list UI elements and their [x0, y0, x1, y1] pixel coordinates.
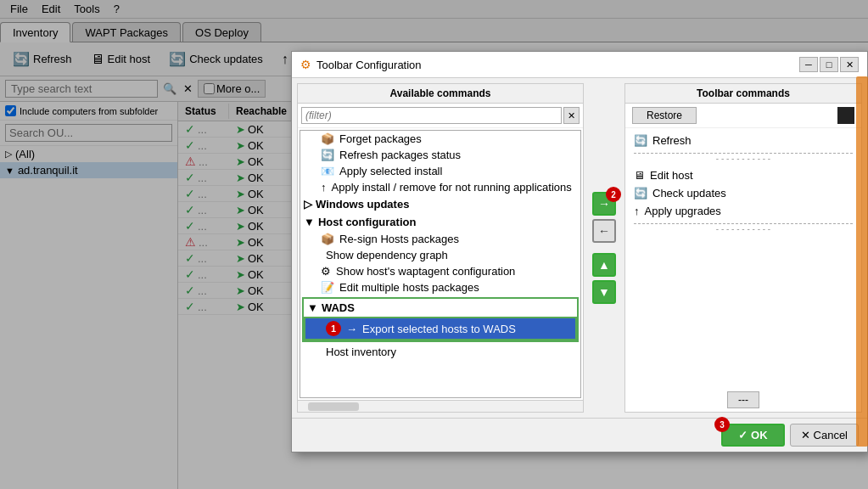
- host-inventory-label: Host inventory: [326, 346, 396, 358]
- move-up-button[interactable]: ▲: [592, 253, 616, 277]
- cmd-host-inventory[interactable]: Host inventory: [300, 344, 580, 360]
- toolbar-apply-upgrades-label: Apply upgrades: [645, 205, 721, 217]
- badge-3: 3: [714, 417, 730, 432]
- refresh-packages-icon: 🔄: [321, 149, 334, 161]
- cancel-x-icon: ✕: [801, 429, 810, 441]
- color-swatch: [837, 107, 854, 124]
- toolbar-cmd-check-updates[interactable]: 🔄 Check updates: [629, 184, 858, 202]
- toolbar-check-updates-label: Check updates: [652, 187, 726, 200]
- edit-multiple-icon: 📝: [321, 281, 334, 294]
- forget-packages-icon: 📦: [321, 132, 334, 145]
- dialog-overlay: ⚙ Toolbar Configuration ─ □ ✕ Available …: [0, 0, 868, 489]
- ok-label: OK: [751, 429, 768, 441]
- toolbar-sep-1: - - - - - - - - - - -: [634, 153, 853, 163]
- edit-multiple-label: Edit multiple hosts packages: [339, 281, 479, 294]
- toolbar-config-dialog: ⚙ Toolbar Configuration ─ □ ✕ Available …: [291, 51, 868, 452]
- toolbar-cmd-edit-host[interactable]: 🖥 Edit host: [629, 166, 858, 184]
- move-down-button[interactable]: ▼: [592, 280, 616, 304]
- dialog-maximize-button[interactable]: □: [820, 57, 838, 72]
- windows-updates-label: Windows updates: [316, 198, 409, 211]
- arrow-buttons-panel: → 2 ← ▲ ▼: [589, 83, 619, 413]
- dialog-minimize-button[interactable]: ─: [799, 57, 818, 72]
- cmd-refresh-packages[interactable]: 🔄 Refresh packages status: [300, 147, 580, 163]
- cmd-forget-packages[interactable]: 📦 Forget packages: [300, 131, 580, 147]
- toolbar-bottom-row: ---: [625, 388, 861, 412]
- dialog-window-buttons: ─ □ ✕: [799, 57, 859, 72]
- dialog-body: Available commands ✕ 📦 Forget packages 🔄…: [292, 78, 867, 418]
- orange-stripe: [856, 76, 868, 447]
- windows-updates-expand-icon: ▷: [304, 198, 312, 211]
- filter-input[interactable]: [301, 107, 562, 124]
- group-host-config[interactable]: ▼ Host configuration: [300, 213, 580, 231]
- add-badge-wrapper: → 2: [592, 192, 616, 216]
- filter-clear-button[interactable]: ✕: [563, 107, 580, 124]
- toolbar-commands-panel: Toolbar commands Restore 🔄 Refresh - - -…: [624, 83, 862, 413]
- remove-from-toolbar-button[interactable]: ←: [592, 219, 616, 243]
- waptagent-icon: ⚙: [321, 265, 331, 278]
- wads-group-label: WADS: [322, 301, 355, 314]
- ok-badge-wrapper: 3 ✓ OK: [721, 424, 785, 447]
- wads-group[interactable]: ▼ WADS: [304, 299, 577, 317]
- resign-icon: 📦: [321, 233, 334, 245]
- ok-check-icon: ✓: [738, 429, 748, 441]
- resign-label: Re-sign Hosts packages: [339, 233, 459, 245]
- waptagent-label: Show host's waptagent configuration: [336, 265, 515, 278]
- restore-button[interactable]: Restore: [632, 107, 697, 124]
- remove-sep-button[interactable]: ---: [727, 391, 759, 408]
- toolbar-refresh-label: Refresh: [652, 134, 692, 147]
- refresh-packages-label: Refresh packages status: [339, 149, 461, 161]
- toolbar-cmd-apply-upgrades[interactable]: ↑ Apply upgrades: [629, 202, 858, 220]
- wads-expand-icon: ▼: [307, 301, 318, 314]
- dialog-titlebar: ⚙ Toolbar Configuration ─ □ ✕: [292, 52, 867, 78]
- dependency-label: Show dependency graph: [326, 249, 448, 261]
- cmd-resign-packages[interactable]: 📦 Re-sign Hosts packages: [300, 231, 580, 247]
- restore-row: Restore: [625, 104, 861, 128]
- toolbar-refresh-icon: 🔄: [634, 134, 647, 147]
- toolbar-edit-host-icon: 🖥: [634, 169, 645, 182]
- wads-section: ▼ WADS 1 → Export selected hosts to WADS: [302, 297, 579, 342]
- horizontal-scrollbar[interactable]: [298, 400, 583, 412]
- cmd-show-waptagent[interactable]: ⚙ Show host's waptagent configuration: [300, 263, 580, 279]
- badge-1: 1: [326, 321, 341, 336]
- export-wads-arrow-icon: →: [346, 323, 357, 335]
- cancel-button[interactable]: ✕ Cancel: [790, 424, 859, 447]
- toolbar-sep-2: - - - - - - - - - - -: [634, 223, 853, 233]
- host-config-expand-icon: ▼: [304, 216, 315, 228]
- cmd-apply-not-running[interactable]: ↑ Apply install / remove for not running…: [300, 179, 580, 195]
- apply-install-label: Apply selected install: [339, 165, 442, 177]
- toolbar-commands-list: 🔄 Refresh - - - - - - - - - - - 🖥 Edit h…: [625, 128, 861, 388]
- cmd-edit-multiple[interactable]: 📝 Edit multiple hosts packages: [300, 279, 580, 295]
- toolbar-cmd-refresh[interactable]: 🔄 Refresh: [629, 132, 858, 149]
- dialog-close-button[interactable]: ✕: [840, 57, 859, 72]
- badge-2: 2: [606, 187, 621, 202]
- toolbar-edit-host-label: Edit host: [650, 169, 693, 182]
- apply-not-running-icon: ↑: [321, 181, 327, 194]
- cancel-label: Cancel: [814, 429, 848, 441]
- host-config-label: Host configuration: [318, 216, 417, 228]
- toolbar-check-updates-icon: 🔄: [634, 187, 647, 200]
- export-wads-label: Export selected hosts to WADS: [362, 323, 516, 335]
- dialog-footer: 3 ✓ OK ✕ Cancel: [292, 418, 867, 452]
- toolbar-commands-header: Toolbar commands: [625, 84, 861, 104]
- filter-row: ✕: [298, 104, 583, 128]
- dialog-title-text: Toolbar Configuration: [316, 59, 794, 71]
- apply-install-icon: 📧: [321, 165, 334, 177]
- available-commands-header: Available commands: [298, 84, 583, 104]
- toolbar-apply-upgrades-icon: ↑: [634, 205, 640, 217]
- dialog-title-icon: ⚙: [300, 58, 311, 71]
- forget-packages-label: Forget packages: [339, 132, 422, 145]
- available-commands-panel: Available commands ✕ 📦 Forget packages 🔄…: [297, 83, 584, 413]
- group-windows-updates[interactable]: ▷ Windows updates: [300, 195, 580, 213]
- apply-not-running-label: Apply install / remove for not running a…: [332, 181, 572, 194]
- cmd-show-dependency[interactable]: Show dependency graph: [300, 247, 580, 263]
- available-commands-list[interactable]: 📦 Forget packages 🔄 Refresh packages sta…: [300, 130, 581, 398]
- ok-button[interactable]: ✓ OK: [721, 424, 785, 447]
- cmd-apply-install[interactable]: 📧 Apply selected install: [300, 163, 580, 179]
- cmd-export-wads[interactable]: 1 → Export selected hosts to WADS: [304, 317, 577, 340]
